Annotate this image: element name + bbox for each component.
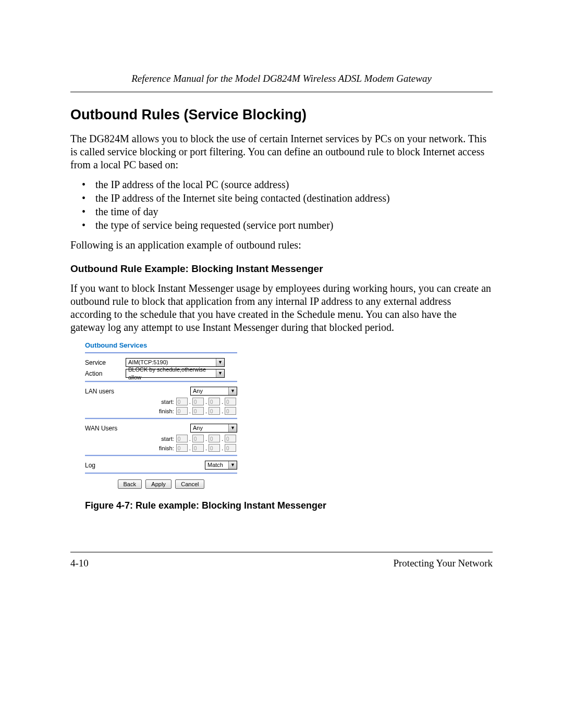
lan-ip-block: start: 0. 0. 0. 0 finish: 0. 0. 0. 0	[126, 398, 236, 415]
chevron-down-icon: ▼	[228, 461, 237, 469]
action-row: Action BLOCK by schedule,otherwise allow…	[85, 369, 237, 378]
lead-out-paragraph: Following is an application example of o…	[70, 239, 493, 252]
ip-octet-input[interactable]: 0	[192, 444, 204, 452]
panel-separator	[85, 352, 237, 354]
ip-octet-input[interactable]: 0	[176, 444, 188, 452]
ip-octet-input[interactable]: 0	[225, 398, 236, 405]
chevron-down-icon: ▼	[216, 369, 224, 377]
ip-octet-input[interactable]: 0	[192, 398, 204, 405]
example-subheading: Outbound Rule Example: Blocking Instant …	[70, 263, 493, 275]
log-label: Log	[85, 462, 126, 469]
panel-separator	[85, 455, 237, 456]
lan-users-row: LAN users Any ▼	[85, 387, 237, 396]
ip-octet-input[interactable]: 0	[209, 398, 220, 405]
list-item: the time of day	[82, 206, 493, 218]
intro-paragraph: The DG824M allows you to block the use o…	[70, 132, 493, 171]
ip-octet-input[interactable]: 0	[225, 444, 236, 452]
wan-scope-select[interactable]: Any ▼	[190, 424, 237, 433]
footer-rule	[70, 552, 493, 552]
figure-caption: Figure 4-7: Rule example: Blocking Insta…	[85, 500, 493, 511]
back-button[interactable]: Back	[118, 479, 142, 489]
ip-octet-input[interactable]: 0	[225, 407, 236, 415]
wan-start-row: start: 0. 0. 0. 0	[126, 435, 236, 442]
ip-octet-input[interactable]: 0	[192, 407, 204, 415]
list-item: the IP address of the Internet site bein…	[82, 192, 493, 204]
footer: 4-10 Protecting Your Network	[70, 552, 493, 569]
finish-label: finish:	[154, 408, 174, 414]
panel-separator	[85, 418, 237, 419]
start-label: start:	[154, 399, 174, 405]
ip-octet-input[interactable]: 0	[176, 398, 188, 405]
lan-start-row: start: 0. 0. 0. 0	[126, 398, 236, 405]
ip-octet-input[interactable]: 0	[225, 435, 236, 442]
ip-octet-input[interactable]: 0	[176, 407, 188, 415]
panel-separator	[85, 473, 237, 474]
chapter-title: Protecting Your Network	[393, 558, 493, 569]
section-title: Outbound Rules (Service Blocking)	[70, 107, 493, 123]
page-number: 4-10	[70, 558, 89, 569]
document-page: Reference Manual for the Model DG824M Wi…	[0, 0, 563, 728]
list-item: the IP address of the local PC (source a…	[82, 179, 493, 191]
log-select-value: Match	[207, 461, 223, 469]
wan-users-row: WAN Users Any ▼	[85, 424, 237, 433]
lan-scope-value: Any	[193, 387, 203, 395]
service-label: Service	[85, 359, 126, 366]
apply-button[interactable]: Apply	[145, 479, 172, 489]
ip-octet-input[interactable]: 0	[209, 407, 220, 415]
example-paragraph: If you want to block Instant Messenger u…	[70, 282, 493, 334]
lan-users-label: LAN users	[85, 388, 126, 395]
list-item: the type of service being requested (ser…	[82, 219, 493, 231]
header-rule	[70, 92, 493, 92]
outbound-services-panel: Outbound Services Service AIM(TCP:5190) …	[85, 341, 237, 489]
ip-octet-input[interactable]: 0	[192, 435, 204, 442]
ip-octet-input[interactable]: 0	[209, 444, 220, 452]
button-row: Back Apply Cancel	[85, 479, 237, 489]
finish-label: finish:	[154, 445, 174, 451]
start-label: start:	[154, 436, 174, 442]
lan-scope-select[interactable]: Any ▼	[190, 387, 237, 396]
wan-users-label: WAN Users	[85, 425, 126, 432]
wan-finish-row: finish: 0. 0. 0. 0	[126, 444, 236, 452]
running-header: Reference Manual for the Model DG824M Wi…	[70, 73, 493, 88]
action-label: Action	[85, 370, 126, 377]
log-row: Log Match ▼	[85, 461, 237, 470]
criteria-list: the IP address of the local PC (source a…	[82, 179, 493, 231]
lan-finish-row: finish: 0. 0. 0. 0	[126, 407, 236, 415]
chevron-down-icon: ▼	[228, 424, 237, 432]
figure-outbound-services: Outbound Services Service AIM(TCP:5190) …	[85, 341, 493, 511]
panel-title: Outbound Services	[85, 341, 237, 349]
chevron-down-icon: ▼	[216, 359, 224, 366]
cancel-button[interactable]: Cancel	[175, 479, 204, 489]
ip-octet-input[interactable]: 0	[176, 435, 188, 442]
wan-scope-value: Any	[193, 424, 203, 432]
ip-octet-input[interactable]: 0	[209, 435, 220, 442]
log-select[interactable]: Match ▼	[205, 461, 237, 470]
wan-ip-block: start: 0. 0. 0. 0 finish: 0. 0. 0. 0	[126, 435, 236, 452]
chevron-down-icon: ▼	[228, 387, 237, 395]
action-select-value: BLOCK by schedule,otherwise allow	[128, 366, 216, 381]
action-select[interactable]: BLOCK by schedule,otherwise allow ▼	[126, 369, 225, 378]
